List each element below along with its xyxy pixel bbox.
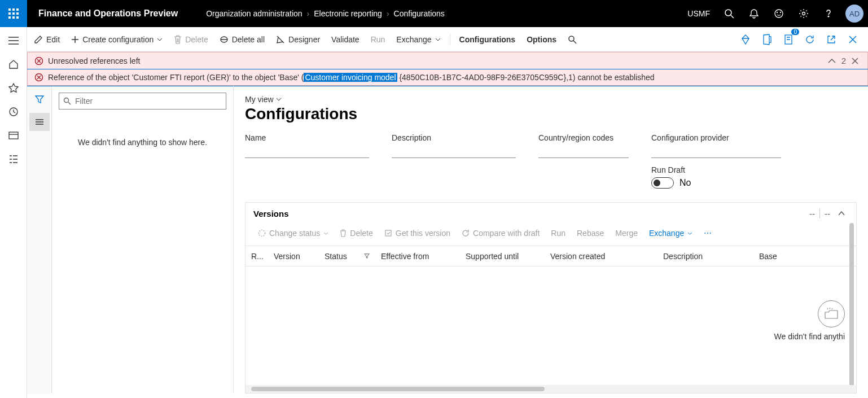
feedback-icon[interactable] [766, 0, 791, 27]
versions-dash: -- [820, 209, 835, 218]
options-label: Options [527, 35, 556, 44]
close-banner-icon[interactable] [849, 56, 861, 65]
column-header[interactable]: Base [753, 252, 810, 261]
svg-point-16 [828, 16, 829, 17]
delete-all-button[interactable]: Delete all [214, 27, 270, 51]
delete-all-label: Delete all [232, 35, 265, 44]
options-button[interactable]: Options [521, 27, 562, 51]
filter-column-icon[interactable] [358, 253, 375, 259]
modules-icon[interactable] [1, 148, 26, 170]
rebase-label: Rebase [577, 229, 604, 238]
list-view-icon[interactable] [29, 113, 50, 131]
column-header[interactable]: Status [319, 252, 358, 261]
chevron-down-icon [157, 38, 163, 41]
column-header[interactable]: Effective from [375, 252, 460, 261]
chevron-down-icon [323, 232, 328, 235]
versions-toolbar: Change status Delete Get this version Co… [246, 224, 856, 246]
collapse-versions-icon[interactable] [835, 211, 848, 216]
error-detail-text: Reference of the object 'Customer FTI re… [48, 73, 861, 82]
column-header[interactable]: Version [268, 252, 319, 261]
vertical-scrollbar[interactable] [849, 223, 854, 392]
svg-rect-10 [16, 16, 19, 19]
provider-input[interactable] [651, 145, 781, 158]
create-configuration-button[interactable]: Create configuration [65, 27, 168, 51]
office-icon[interactable] [757, 30, 777, 49]
topbar-right: USMF AD [681, 0, 868, 27]
app-launcher-icon[interactable] [0, 0, 27, 27]
svg-point-13 [777, 12, 778, 13]
collapse-icon[interactable] [826, 58, 838, 64]
search-action-icon[interactable] [562, 27, 582, 51]
workspace-icon[interactable] [1, 124, 26, 147]
recent-icon[interactable] [1, 100, 26, 123]
country-input[interactable] [538, 145, 629, 158]
search-icon[interactable] [717, 0, 742, 27]
get-version-label: Get this version [396, 229, 450, 238]
configurations-tab[interactable]: Configurations [454, 27, 521, 51]
validate-button[interactable]: Validate [326, 27, 365, 51]
exchange-button[interactable]: Exchange [391, 27, 446, 51]
column-header[interactable]: Version created [545, 252, 657, 261]
edit-button[interactable]: Edit [28, 27, 65, 51]
hamburger-icon[interactable] [1, 29, 26, 52]
home-icon[interactable] [1, 53, 26, 76]
designer-button[interactable]: Designer [270, 27, 326, 51]
chevron-right-icon: › [307, 9, 310, 18]
separator [450, 33, 450, 46]
svg-rect-8 [8, 16, 11, 19]
run-draft-value: No [680, 178, 691, 188]
sub-nav-rail [27, 86, 52, 393]
svg-rect-3 [12, 8, 15, 11]
column-header[interactable]: Supported until [460, 252, 545, 261]
version-delete-button: Delete [335, 226, 377, 240]
version-delete-label: Delete [350, 229, 372, 238]
error-icon [34, 73, 43, 82]
settings-icon[interactable] [791, 0, 816, 27]
attachments-icon[interactable]: 0 [779, 30, 798, 49]
provider-label: Configuration provider [651, 133, 781, 142]
name-label: Name [245, 133, 369, 142]
breadcrumb-item[interactable]: Organization administration [206, 9, 302, 18]
star-icon[interactable] [1, 77, 26, 99]
avatar[interactable]: AD [845, 5, 863, 23]
diamond-icon[interactable] [736, 30, 755, 49]
chevron-right-icon: › [387, 9, 389, 18]
popout-icon[interactable] [822, 30, 841, 49]
column-header[interactable]: R... [246, 252, 268, 261]
chevron-down-icon [687, 232, 692, 235]
description-field: Description [392, 133, 516, 189]
svg-rect-6 [12, 12, 15, 15]
refresh-icon[interactable] [800, 30, 819, 49]
more-actions-icon[interactable]: ⋯ [699, 226, 716, 240]
grid-empty-text: We didn't find anythi [257, 332, 845, 341]
bell-icon[interactable] [742, 0, 766, 27]
svg-point-11 [725, 10, 731, 16]
run-draft-group: Run Draft No [651, 165, 781, 189]
filter-input[interactable] [59, 93, 226, 110]
version-exchange-label: Exchange [649, 229, 684, 238]
horizontal-scrollbar[interactable] [246, 385, 856, 393]
run-draft-toggle[interactable]: No [651, 177, 781, 189]
country-field: Country/region codes [538, 133, 629, 189]
left-nav-rail [0, 27, 27, 398]
version-run-label: Run [551, 229, 565, 238]
description-input[interactable] [392, 145, 516, 158]
name-input[interactable] [245, 145, 369, 158]
filter-icon[interactable] [29, 90, 50, 108]
svg-point-12 [775, 10, 783, 18]
error-highlight: Customer invoicing model [304, 73, 397, 82]
edit-label: Edit [46, 35, 60, 44]
error-banner-detail[interactable]: Reference of the object 'Customer FTI re… [27, 69, 868, 86]
column-header[interactable]: Description [657, 252, 753, 261]
chevron-down-icon [435, 38, 441, 41]
view-selector[interactable]: My view [245, 95, 857, 104]
version-exchange-button[interactable]: Exchange [645, 226, 697, 240]
company-picker[interactable]: USMF [681, 9, 717, 18]
close-icon[interactable] [843, 30, 862, 49]
help-icon[interactable] [816, 0, 841, 27]
breadcrumb-item[interactable]: Electronic reporting [314, 9, 382, 18]
breadcrumb-item[interactable]: Configurations [394, 9, 445, 18]
error-banner-summary: Unresolved references left 2 [27, 52, 868, 69]
name-field: Name [245, 133, 369, 189]
error-post: {4850C10B-1B7C-4AD0-98F9-26E3705C959C},1… [397, 73, 655, 82]
